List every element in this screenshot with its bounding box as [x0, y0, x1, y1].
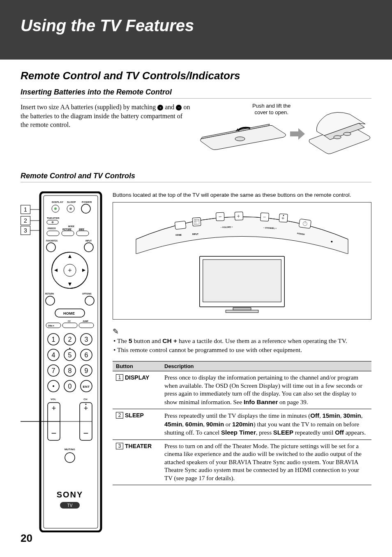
tv-front-illustration	[197, 254, 287, 315]
tv-figure: HOME INPUT − + – VOLUME + − + – CHANN	[113, 202, 371, 320]
th-desc: Description	[161, 361, 371, 371]
svg-text:CH: CH	[83, 398, 88, 400]
remote-diagram: 1 2 3 DISPLAY SLEEP POWER	[21, 191, 103, 532]
svg-text:VOL: VOL	[51, 398, 56, 400]
svg-text:ENT: ENT	[83, 385, 90, 389]
callout-1: 1	[21, 205, 30, 214]
tv-top-note: Buttons located at the top of the TV wil…	[113, 191, 371, 199]
intro-row: Insert two size AA batteries (supplied) …	[21, 103, 371, 160]
callout-3: 3	[21, 226, 30, 235]
svg-point-56	[69, 348, 71, 349]
svg-rect-108	[203, 260, 281, 302]
svg-point-2	[344, 132, 351, 136]
svg-point-106	[331, 241, 332, 242]
desc-cell: Press to turn on and off the Theater Mod…	[161, 440, 371, 485]
svg-text:3: 3	[85, 336, 88, 343]
svg-rect-87	[175, 221, 186, 229]
remote-cover-open-illustration	[308, 111, 371, 155]
battery-caption: Push and lift the cover to open.	[252, 103, 291, 115]
direction-arrow-icon	[290, 128, 305, 140]
remote-column: 1 2 3 DISPLAY SLEEP POWER	[21, 191, 103, 532]
svg-point-78	[85, 404, 87, 405]
desc-cell: Press repeatedly until the TV displays t…	[161, 409, 371, 440]
svg-text:+: +	[281, 215, 285, 221]
plus-icon: +	[157, 105, 163, 110]
svg-text:POWER: POWER	[82, 200, 92, 203]
table-row: 1DISPLAY Press once to display the infor…	[113, 371, 371, 409]
svg-text:OPTIONS: OPTIONS	[82, 292, 92, 295]
svg-point-14	[69, 207, 72, 210]
svg-text:1: 1	[52, 336, 55, 343]
remote-cover-closed-illustration	[199, 118, 287, 150]
table-row: 3THEATER Press to turn on and off the Th…	[113, 440, 371, 485]
button-number: 2	[116, 412, 123, 419]
note-2: This remote control cannot be programmed…	[113, 346, 371, 354]
button-name: SLEEP	[125, 412, 144, 419]
svg-text:7: 7	[52, 367, 55, 374]
svg-text:4: 4	[52, 352, 55, 359]
svg-text:THEATER: THEATER	[47, 216, 60, 219]
buttons-table: Button Description 1DISPLAY Press once t…	[113, 361, 371, 485]
intro-text-pre: Insert two size AA batteries (supplied) …	[21, 104, 157, 110]
callout-2: 2	[21, 216, 30, 225]
section-heading: Remote Control and TV Controls/Indicator…	[21, 69, 371, 82]
th-button: Button	[113, 361, 161, 371]
intro-text: Insert two size AA batteries (supplied) …	[21, 103, 191, 160]
svg-text:5: 5	[68, 352, 72, 359]
svg-text:SONY: SONY	[57, 490, 83, 499]
svg-rect-110	[226, 310, 258, 313]
button-number: 1	[116, 374, 123, 381]
lower-row: 1 2 3 DISPLAY SLEEP POWER	[21, 191, 371, 532]
button-name: DISPLAY	[125, 374, 149, 381]
battery-caption-line1: Push and lift the	[252, 103, 291, 109]
intro-text-mid: and	[165, 104, 176, 110]
svg-text:−: −	[263, 214, 267, 220]
table-row: 2SLEEP Press repeatedly until the TV dis…	[113, 409, 371, 440]
button-name: THEATER	[125, 443, 152, 449]
svg-rect-7	[44, 196, 98, 528]
svg-text:8: 8	[68, 367, 72, 374]
button-cell: 1DISPLAY	[113, 371, 161, 409]
desc-cell: Press once to display the information pe…	[161, 371, 371, 409]
svg-text:JUMP: JUMP	[83, 320, 89, 322]
svg-text:FREEZE: FREEZE	[48, 227, 56, 230]
svg-text:−: −	[51, 428, 57, 438]
svg-text:−: −	[83, 428, 89, 438]
minus-icon: −	[176, 105, 182, 110]
note-icon: ✎	[113, 327, 119, 336]
note-1: The 5 button and CH + have a tactile dot…	[113, 337, 371, 345]
right-column: Buttons located at the top of the TV wil…	[113, 191, 371, 532]
svg-text:+: +	[237, 213, 240, 219]
svg-text:2: 2	[68, 336, 72, 343]
svg-text:FAVORITES: FAVORITES	[46, 239, 58, 242]
svg-text:WIDE: WIDE	[79, 228, 85, 231]
battery-figure: Push and lift the cover to open.	[199, 103, 371, 160]
svg-text:PICTURE: PICTURE	[62, 228, 72, 231]
svg-point-1	[334, 136, 341, 139]
svg-text:– VOLUME +: – VOLUME +	[221, 226, 233, 228]
button-cell: 2SLEEP	[113, 409, 161, 440]
subsection-2-heading: Remote Control and TV Controls	[21, 170, 371, 182]
svg-text:6: 6	[85, 352, 88, 359]
notes-block: ✎ The 5 button and CH + have a tactile d…	[113, 327, 371, 355]
svg-text:MUTING: MUTING	[65, 448, 75, 451]
svg-text:+: +	[84, 404, 88, 412]
svg-rect-89	[192, 217, 201, 226]
svg-text:+: +	[52, 404, 56, 412]
page-content: Remote Control and TV Controls/Indicator…	[0, 60, 392, 532]
svg-text:INPUT: INPUT	[192, 233, 198, 235]
svg-text:DISPLAY: DISPLAY	[52, 200, 64, 203]
page-number: 20	[21, 532, 32, 545]
svg-rect-109	[233, 308, 251, 310]
svg-point-12	[54, 207, 57, 210]
svg-text:TV: TV	[67, 503, 73, 508]
svg-point-0	[235, 137, 245, 141]
svg-text:−: −	[219, 214, 222, 220]
svg-text:0: 0	[68, 383, 72, 390]
svg-text:INPUT: INPUT	[85, 239, 92, 242]
svg-text:HOME: HOME	[63, 311, 75, 315]
svg-text:HOME: HOME	[175, 234, 182, 236]
svg-text:DMe✕: DMe✕	[48, 325, 54, 327]
svg-point-66	[53, 385, 54, 387]
svg-point-18	[52, 221, 54, 223]
